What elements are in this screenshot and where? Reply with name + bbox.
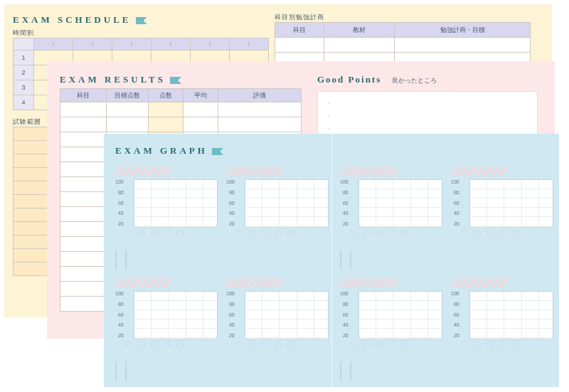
chart-subject-label <box>451 278 508 288</box>
graph-left-page: 10080604020 10080604020 10080604020 1008… <box>115 166 329 390</box>
period-cell: 1 <box>14 51 34 65</box>
timetable-label: 時間割 <box>13 28 269 38</box>
chart-panel: 10080604020 <box>451 166 553 237</box>
chart-yticks: 10080604020 <box>340 291 349 338</box>
chart-yticks: 10080604020 <box>226 291 235 338</box>
results-col-score: 点数 <box>149 89 184 102</box>
chart-yticks: 10080604020 <box>451 291 459 338</box>
chart-subject-label <box>340 278 397 288</box>
chart-notes <box>340 361 341 381</box>
plan-col-material: 教材 <box>324 23 395 38</box>
chart-x-markers <box>236 341 329 349</box>
chart-notes <box>125 361 127 381</box>
results-col-avg: 平均 <box>184 89 218 102</box>
results-col-eval: 評価 <box>218 89 302 102</box>
bullet: ・ <box>325 112 530 122</box>
chart-area <box>245 179 329 228</box>
good-points-title: Good Points <box>317 74 381 85</box>
chart-panel: 10080604020 <box>451 278 553 349</box>
date-col: / <box>34 38 73 51</box>
chart-subject-label <box>340 166 397 176</box>
chart-yticks: 10080604020 <box>115 291 124 338</box>
chart-x-markers <box>125 230 218 237</box>
graph-card: EXAM GRAPH 10080604020 10080604020 10080… <box>104 134 559 387</box>
date-col: / <box>191 38 230 51</box>
bullet: ・ <box>325 99 530 109</box>
chart-panel: 10080604020 <box>115 278 218 349</box>
chart-notes <box>350 250 351 270</box>
period-cell: 4 <box>14 95 34 110</box>
chart-x-markers <box>461 341 553 349</box>
chart-area <box>358 179 442 228</box>
chart-panel: 10080604020 <box>340 278 442 349</box>
chart-area <box>134 291 218 339</box>
chart-x-markers <box>236 230 329 237</box>
date-col: / <box>230 38 269 51</box>
chart-subject-label <box>115 278 172 288</box>
chart-subject-label <box>115 166 172 176</box>
chart-panel: 10080604020 <box>340 166 442 237</box>
chart-area <box>358 291 442 339</box>
chart-subject-label <box>226 278 283 288</box>
chart-panel: 10080604020 <box>226 278 329 349</box>
chart-notes <box>340 250 341 270</box>
chart-notes <box>350 361 351 381</box>
chart-yticks: 10080604020 <box>451 179 459 226</box>
graph-right-page: 10080604020 10080604020 10080604020 1008… <box>340 166 553 390</box>
schedule-title: EXAM SCHEDULE <box>13 14 144 26</box>
chart-notes <box>115 250 117 270</box>
chart-panel: 10080604020 <box>115 166 218 237</box>
chart-yticks: 10080604020 <box>340 179 349 226</box>
results-col-subject: 科目 <box>60 89 107 102</box>
results-title: EXAM RESULTS <box>60 74 179 85</box>
chart-yticks: 10080604020 <box>226 179 235 226</box>
chart-x-markers <box>350 230 442 237</box>
plan-col-subject: 科目 <box>275 23 324 38</box>
stage: EXAM SCHEDULE 時間割 / / / / / / 1 2 3 4 試験… <box>0 0 569 392</box>
chart-notes <box>125 250 127 270</box>
date-col: / <box>112 38 151 51</box>
chart-subject-label <box>451 166 508 176</box>
chart-x-markers <box>125 341 218 349</box>
date-col: / <box>73 38 112 51</box>
chart-area <box>469 291 553 339</box>
period-cell: 2 <box>14 65 34 80</box>
results-col-target: 目標点数 <box>107 89 149 102</box>
period-cell: 3 <box>14 80 34 95</box>
graph-title: EXAM GRAPH <box>115 145 220 157</box>
study-plan-heading: 科目別勉強計画 <box>275 13 531 22</box>
chart-area <box>469 179 553 228</box>
chart-yticks: 10080604020 <box>115 179 124 226</box>
chart-area <box>134 179 218 228</box>
schedule-right-page: 科目別勉強計画 科目 教材 勉強計画・目標 <box>275 13 531 68</box>
chart-x-markers <box>350 341 442 349</box>
chart-panel: 10080604020 <box>226 166 329 237</box>
chart-area <box>245 291 329 339</box>
bullet: ・ <box>325 125 530 134</box>
date-col: / <box>151 38 191 51</box>
chart-notes <box>115 361 117 381</box>
plan-col-goal: 勉強計画・目標 <box>395 23 531 38</box>
good-points-subtitle: 良かったところ <box>392 77 437 84</box>
chart-x-markers <box>461 230 553 237</box>
chart-subject-label <box>226 166 283 176</box>
